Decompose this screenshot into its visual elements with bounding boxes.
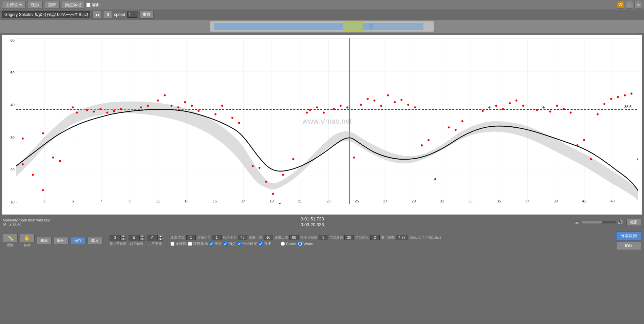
chart-svg: 38.5 xyxy=(16,38,638,204)
spin-arrows-3: ▲ ▼ xyxy=(158,235,163,241)
svg-point-51 xyxy=(367,98,369,100)
svg-point-72 xyxy=(522,105,524,107)
waveform-container[interactable] xyxy=(210,21,434,32)
save-btn[interactable]: 保存 xyxy=(71,237,86,244)
svg-text:15: 15 xyxy=(213,199,217,203)
param-upper-input[interactable] xyxy=(289,235,299,240)
move-group: ✋ 移动 xyxy=(20,234,35,248)
param-velocity-input[interactable] xyxy=(186,235,196,240)
spin-up-2[interactable]: ▲ xyxy=(139,235,145,238)
upload-music-btn[interactable]: 上传音乐 xyxy=(2,1,26,9)
reset-btn[interactable]: 重置 xyxy=(139,11,154,19)
param-win-input[interactable] xyxy=(396,235,408,240)
page-checkbox[interactable] xyxy=(86,3,91,7)
absorb-btn[interactable]: 吸附 xyxy=(54,237,69,244)
erase-btn[interactable]: ✏️ xyxy=(3,234,18,242)
radio-worm-label: Worm xyxy=(298,241,313,246)
y-label-10: 10 xyxy=(11,200,15,204)
svg-point-87 xyxy=(630,93,632,95)
waveform-highlight xyxy=(343,22,363,31)
delete-btn[interactable]: 删除 xyxy=(37,237,52,244)
chk-melody-input[interactable] xyxy=(170,242,174,246)
speed-input[interactable] xyxy=(127,12,137,18)
start-beat-input[interactable] xyxy=(129,235,139,240)
param-velocity-label: 速度·力变 xyxy=(170,235,185,240)
status-bar: Manually mark beat with key (A, S, D, F)… xyxy=(0,216,644,228)
volume-slider[interactable] xyxy=(582,221,616,223)
param-start-input[interactable] xyxy=(212,235,222,240)
svg-point-42 xyxy=(292,158,294,160)
spin-down-2[interactable]: ▼ xyxy=(139,238,145,241)
svg-point-45 xyxy=(316,106,318,108)
svg-point-37 xyxy=(259,167,261,169)
svg-point-8 xyxy=(22,138,24,140)
erase-label: 擦除 xyxy=(3,243,18,248)
total-time: 0:03:20.333 xyxy=(53,222,571,228)
spin-group-1: ▲ ▼ 每小节拍数 xyxy=(110,235,127,246)
view-btn[interactable]: 视形 xyxy=(27,1,43,9)
chk-dynchange-input[interactable] xyxy=(259,242,263,246)
svg-point-10 xyxy=(32,174,34,176)
spectrum-btn[interactable]: 频谱 xyxy=(44,1,60,9)
svg-point-38 xyxy=(265,181,267,183)
param-end-input[interactable] xyxy=(238,235,247,240)
svg-point-29 xyxy=(184,101,186,103)
home-icon-btn[interactable]: ⌂ xyxy=(626,1,633,8)
play-pause-btn[interactable]: ⏸ xyxy=(103,11,112,18)
share-data-btn[interactable]: 分享数据 xyxy=(616,231,641,240)
param-dyn-input[interactable] xyxy=(344,235,354,240)
chk-avgspeed-input[interactable] xyxy=(237,242,241,246)
svg-text:43: 43 xyxy=(610,199,614,203)
svg-point-83 xyxy=(603,103,605,105)
svg-point-28 xyxy=(177,106,179,108)
svg-point-33 xyxy=(221,105,223,107)
chk-smooth-input[interactable] xyxy=(209,242,213,246)
mark-btn[interactable]: 抽点标记 xyxy=(61,1,85,9)
beats-per-bar-label: 每小节拍数 xyxy=(110,241,127,246)
param-dynv-input[interactable] xyxy=(370,235,380,240)
svg-point-16 xyxy=(76,112,78,114)
svg-point-48 xyxy=(340,105,342,107)
param-lower-input[interactable] xyxy=(264,235,273,240)
radio-worm[interactable] xyxy=(298,241,302,246)
spin-arrows-1: ▲ ▼ xyxy=(120,235,126,241)
bar-offset-input[interactable] xyxy=(147,235,158,240)
rewind-btn[interactable]: ⏮ xyxy=(92,11,101,18)
svg-text:33: 33 xyxy=(469,199,473,203)
manual-mark-text: Manually mark beat with key xyxy=(3,218,50,222)
spin-down-1[interactable]: ▼ xyxy=(120,238,126,241)
second-toolbar: ⏮ ⏸ speed 重置 xyxy=(0,10,644,20)
spin-up-1[interactable]: ▲ xyxy=(120,235,126,238)
load-btn[interactable]: 载入 xyxy=(88,237,102,244)
svg-point-58 xyxy=(414,106,416,108)
waveform-bar[interactable] xyxy=(0,20,644,33)
param-start-label: 开始小节 xyxy=(197,235,211,240)
ioi-btn[interactable]: IOI+ xyxy=(616,242,641,250)
close-icon-btn[interactable]: ✕ xyxy=(634,1,642,8)
y-label-30: 30 xyxy=(11,136,15,140)
screenshot-btn[interactable]: 截图 xyxy=(626,219,641,226)
svg-point-49 xyxy=(346,106,348,108)
chk-legato-input[interactable] xyxy=(188,242,192,246)
svg-point-32 xyxy=(214,113,216,115)
volume-high-icon: 🔊 xyxy=(617,219,623,225)
track-title-input[interactable] xyxy=(2,11,90,18)
keys-hint: (A, S, D, F) xyxy=(3,222,50,226)
spin-up-3[interactable]: ▲ xyxy=(158,235,163,238)
v2-icon-btn[interactable]: V2 xyxy=(617,1,624,8)
svg-point-62 xyxy=(353,157,355,159)
move-btn[interactable]: ✋ xyxy=(20,234,35,242)
svg-point-14 xyxy=(42,189,44,191)
spin-row-3: ▲ ▼ xyxy=(147,235,163,241)
svg-point-11 xyxy=(42,132,44,134)
spin-arrows-2: ▲ ▼ xyxy=(139,235,145,241)
radio-curve-label: Curve xyxy=(281,241,296,246)
svg-text:23: 23 xyxy=(326,199,330,203)
beats-per-bar-input[interactable] xyxy=(110,235,120,240)
param-group-input[interactable] xyxy=(319,235,328,240)
chk-dots-input[interactable] xyxy=(223,242,227,246)
svg-text:41: 41 xyxy=(582,199,586,203)
radio-curve[interactable] xyxy=(281,241,285,246)
top-right-icons: V2 ⌂ ✕ xyxy=(617,1,642,8)
spin-down-3[interactable]: ▼ xyxy=(158,238,163,241)
